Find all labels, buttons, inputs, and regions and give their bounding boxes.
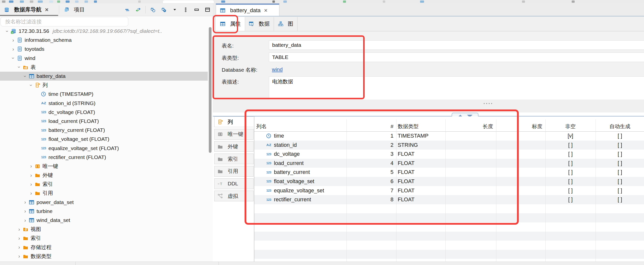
side-tab-references[interactable]: 引用 [214, 166, 254, 177]
cell-auto-generated[interactable]: [ ] [596, 177, 644, 186]
tree-item[interactable]: 123load_current (FLOAT) [0, 117, 208, 126]
cell-auto-generated[interactable]: [ ] [596, 131, 644, 141]
chevron-collapsed-icon[interactable]: › [16, 244, 22, 250]
cell-not-null[interactable]: [ ] [545, 177, 596, 186]
grid-column-divider[interactable] [596, 119, 596, 261]
connection-filter-input[interactable] [1, 17, 137, 26]
chevron-expanded-icon[interactable]: › [16, 64, 22, 70]
link-with-editor-icon[interactable] [134, 6, 142, 14]
chevron-collapsed-icon[interactable]: › [16, 253, 22, 259]
cell-scale[interactable] [496, 168, 542, 177]
grid-column-divider[interactable] [396, 119, 396, 261]
chevron-collapsed-icon[interactable]: › [28, 163, 34, 169]
cell-ordinal[interactable]: 3 [254, 150, 394, 159]
tree-item[interactable]: › information_schema [0, 36, 208, 45]
subtab-data[interactable]: ‹›数据 [244, 17, 274, 31]
tab-database-navigator[interactable]: 数据库导航 × [0, 4, 59, 16]
cell-scale[interactable] [496, 186, 542, 195]
chevron-collapsed-icon[interactable]: › [22, 217, 28, 223]
tree-item[interactable]: › 表 [0, 63, 208, 72]
chevron-collapsed-icon[interactable]: › [10, 37, 16, 43]
grid-header-data-type[interactable]: 数据类型 [398, 121, 442, 131]
tree-item[interactable]: › turbine [0, 207, 208, 216]
tree-item[interactable]: ›外键 [0, 171, 208, 180]
side-tab-unique-keys[interactable]: 唯一键 [214, 129, 254, 140]
tree-item[interactable]: › 172.30.31.56jdbc:iotdb://192.168.99.19… [0, 27, 208, 36]
grid-column-divider[interactable] [496, 119, 496, 261]
grid-row[interactable]: time1TIMESTAMP[v][ ] [254, 131, 644, 141]
cell-not-null[interactable]: [ ] [545, 186, 596, 195]
subtab-diagram[interactable]: 图 [274, 17, 298, 31]
tree-item[interactable]: › 唯一键 [0, 162, 208, 171]
side-tab-ddl[interactable]: ‹› TDDL [214, 178, 254, 189]
connection-filter-icon[interactable] [160, 6, 168, 14]
cell-data-type[interactable]: FLOAT [398, 168, 448, 177]
grid-header-length[interactable]: 长度 [446, 121, 493, 131]
cell-scale[interactable] [496, 141, 542, 150]
tree-item[interactable]: 123battery_current (FLOAT) [0, 126, 208, 135]
tree-item[interactable]: › 视图 [0, 225, 208, 234]
close-icon[interactable]: × [264, 7, 268, 14]
tree-item[interactable]: 123dc_voltage (FLOAT) [0, 108, 208, 117]
maximize-icon[interactable] [204, 6, 211, 14]
cell-data-type[interactable]: FLOAT [398, 159, 448, 168]
cell-ordinal[interactable]: 6 [254, 177, 394, 186]
grid-row[interactable]: 123equalize_voltage_set7FLOAT[ ][ ] [254, 186, 644, 195]
cell-data-type[interactable]: FLOAT [398, 177, 448, 186]
cell-data-type[interactable]: FLOAT [398, 186, 448, 195]
cell-length[interactable] [446, 168, 493, 177]
cell-length[interactable] [446, 141, 493, 150]
grid-header-auto-generated[interactable]: 自动生成 [596, 121, 644, 131]
cell-not-null[interactable]: [ ] [545, 195, 596, 204]
grid-row[interactable]: 123rectifier_current8FLOAT[ ][ ] [254, 195, 644, 204]
subtab-properties[interactable]: 属性 [215, 17, 245, 31]
cell-length[interactable] [446, 177, 493, 186]
cell-scale[interactable] [496, 195, 542, 204]
chevron-collapsed-icon[interactable]: › [28, 181, 34, 187]
tree-item[interactable]: › wind_data_set [0, 216, 208, 225]
close-icon[interactable]: × [45, 6, 48, 13]
tree-item[interactable]: 123equalize_voltage_set (FLOAT) [0, 144, 208, 153]
cell-auto-generated[interactable]: [ ] [596, 195, 644, 204]
grid-column-divider[interactable] [346, 119, 347, 261]
side-tab-columns[interactable]: 列 [214, 116, 254, 127]
tree-item[interactable]: ›索引 [0, 180, 208, 189]
grid-row[interactable]: A-Zstation_id2STRING[ ][ ] [254, 141, 644, 150]
cell-data-type[interactable]: FLOAT [398, 150, 448, 159]
tab-projects[interactable]: 项目 [60, 4, 104, 16]
tree-item-selected[interactable]: › battery_data [0, 72, 208, 81]
cell-auto-generated[interactable]: [ ] [596, 150, 644, 159]
tab-battery-data[interactable]: battery_data × [216, 4, 279, 16]
chevron-collapsed-icon[interactable]: › [22, 199, 28, 205]
cell-length[interactable] [446, 186, 493, 195]
cell-length[interactable] [446, 159, 493, 168]
cell-length[interactable] [446, 131, 493, 141]
cell-not-null[interactable]: [v] [545, 131, 596, 141]
tree-item[interactable]: › 列 [0, 81, 208, 90]
grid-row[interactable]: 123dc_voltage3FLOAT[ ][ ] [254, 150, 644, 159]
grid-column-divider[interactable] [446, 119, 446, 261]
tree-item[interactable]: ›索引 [0, 234, 208, 243]
tree-item[interactable]: A-Zstation_id (STRING) [0, 99, 208, 108]
tree-item[interactable]: ›数据类型 [0, 252, 208, 261]
cell-data-type[interactable]: FLOAT [398, 195, 448, 204]
cell-ordinal[interactable]: 5 [254, 168, 394, 177]
side-tab-virtual[interactable]: 虚拟 [214, 191, 254, 201]
splitter-sash[interactable] [213, 100, 644, 112]
cell-not-null[interactable]: [ ] [545, 150, 596, 159]
cell-ordinal[interactable]: 1 [254, 131, 394, 141]
chevron-expanded-icon[interactable]: › [4, 28, 10, 34]
cell-scale[interactable] [496, 159, 542, 168]
cell-length[interactable] [446, 195, 493, 204]
chevron-expanded-icon[interactable]: › [28, 82, 34, 88]
cell-auto-generated[interactable]: [ ] [596, 186, 644, 195]
tree-item[interactable]: ›引用 [0, 189, 208, 198]
tree-item[interactable]: › power_data_set [0, 198, 208, 207]
chevron-collapsed-icon[interactable]: › [28, 190, 34, 196]
chevron-expanded-icon[interactable]: › [22, 73, 28, 79]
grid-header-scale[interactable]: 标度 [496, 121, 542, 131]
chevron-collapsed-icon[interactable]: › [16, 235, 22, 241]
cell-length[interactable] [446, 150, 493, 159]
cell-ordinal[interactable]: 4 [254, 159, 394, 168]
chevron-collapsed-icon[interactable]: › [10, 46, 16, 52]
